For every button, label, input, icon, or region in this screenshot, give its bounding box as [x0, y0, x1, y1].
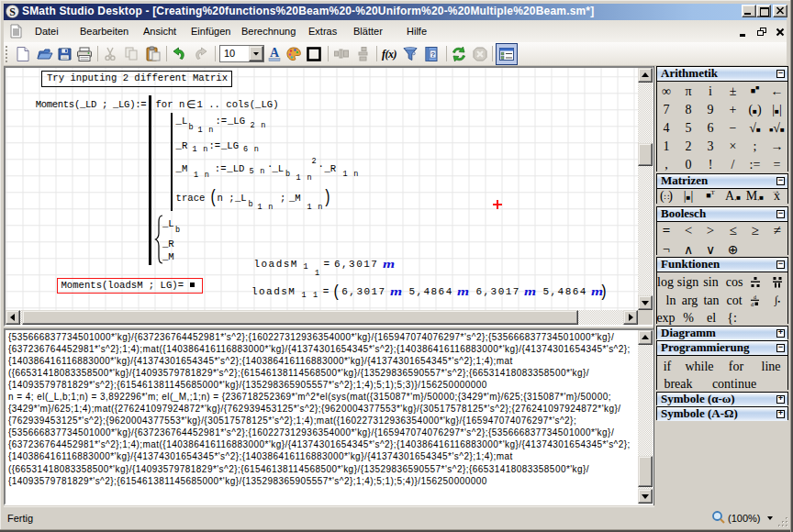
svg-text:d: d [751, 302, 754, 307]
svg-text:A: A [270, 46, 280, 60]
svg-text:?: ? [430, 50, 435, 59]
svg-text:S: S [9, 6, 16, 18]
svg-text:d: d [754, 294, 756, 300]
